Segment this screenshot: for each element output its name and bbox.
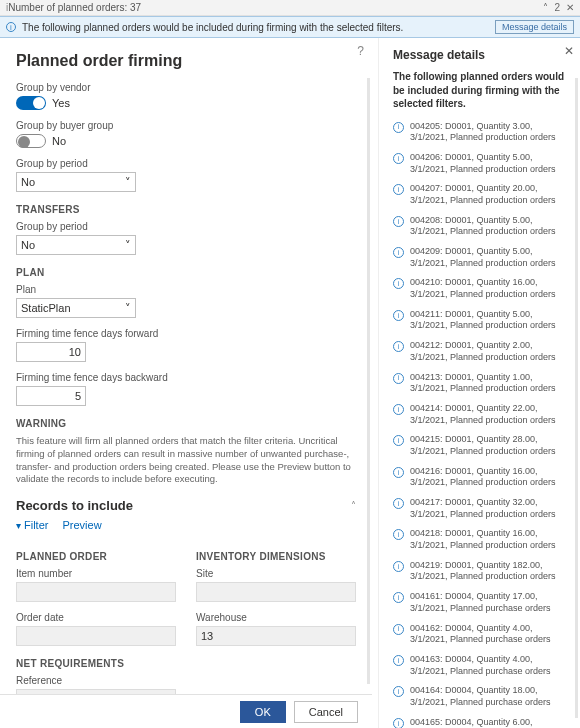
warehouse-input[interactable]: 13 [196, 626, 356, 646]
page-title: Planned order firming [16, 52, 356, 70]
message-item[interactable]: i004163: D0004, Quantity 4.00, 3/1/2021,… [393, 654, 570, 677]
group-by-buyer-value: No [52, 135, 66, 147]
group-by-period-value: No [21, 176, 35, 188]
info-icon: i [393, 686, 404, 697]
message-item[interactable]: i004216: D0001, Quantity 16.00, 3/1/2021… [393, 466, 570, 489]
info-icon: i [6, 22, 16, 32]
inventory-dimensions-heading: INVENTORY DIMENSIONS [196, 551, 356, 562]
item-number-input[interactable] [16, 582, 176, 602]
info-icon: i [393, 310, 404, 321]
help-icon[interactable]: ? [357, 44, 364, 58]
message-text: 004212: D0001, Quantity 2.00, 3/1/2021, … [410, 340, 570, 363]
message-item[interactable]: i004164: D0004, Quantity 18.00, 3/1/2021… [393, 685, 570, 708]
message-item[interactable]: i004162: D0004, Quantity 4.00, 3/1/2021,… [393, 623, 570, 646]
scrollbar[interactable] [575, 78, 578, 718]
info-icon: i [393, 529, 404, 540]
message-item[interactable]: i004208: D0001, Quantity 5.00, 3/1/2021,… [393, 215, 570, 238]
chevron-up-icon: ˄ [351, 500, 356, 511]
group-by-vendor-value: Yes [52, 97, 70, 109]
message-item[interactable]: i004212: D0001, Quantity 2.00, 3/1/2021,… [393, 340, 570, 363]
filter-icon: ▾ [16, 520, 21, 531]
group-by-period-label: Group by period [16, 158, 356, 169]
message-item[interactable]: i004219: D0001, Quantity 182.00, 3/1/202… [393, 560, 570, 583]
group-by-vendor-toggle[interactable] [16, 96, 46, 110]
chevron-up-icon[interactable]: ˄ [543, 2, 548, 13]
info-bar: i The following planned orders would be … [0, 16, 580, 38]
info-icon: i [393, 592, 404, 603]
group-by-buyer-label: Group by buyer group [16, 120, 356, 131]
ok-button[interactable]: OK [240, 701, 286, 723]
plan-select[interactable]: StaticPlan ˅ [16, 298, 136, 318]
info-icon: i [393, 404, 404, 415]
records-expander[interactable]: Records to include ˄ [16, 498, 356, 513]
info-icon: i [393, 561, 404, 572]
transfers-group-by-period-select[interactable]: No ˅ [16, 235, 136, 255]
message-text: 004205: D0001, Quantity 3.00, 3/1/2021, … [410, 121, 570, 144]
message-details-lead: The following planned orders would be in… [393, 70, 570, 111]
site-label: Site [196, 568, 356, 579]
message-text: 004161: D0004, Quantity 17.00, 3/1/2021,… [410, 591, 570, 614]
message-text: 004211: D0001, Quantity 5.00, 3/1/2021, … [410, 309, 570, 332]
order-date-label: Order date [16, 612, 176, 623]
message-item[interactable]: i004218: D0001, Quantity 16.00, 3/1/2021… [393, 528, 570, 551]
transfers-group-by-period-value: No [21, 239, 35, 251]
fence-forward-input[interactable]: 10 [16, 342, 86, 362]
message-text: 004217: D0001, Quantity 32.00, 3/1/2021,… [410, 497, 570, 520]
message-text: 004216: D0001, Quantity 16.00, 3/1/2021,… [410, 466, 570, 489]
message-item[interactable]: i004213: D0001, Quantity 1.00, 3/1/2021,… [393, 372, 570, 395]
info-icon: i [393, 498, 404, 509]
message-text: 004218: D0001, Quantity 16.00, 3/1/2021,… [410, 528, 570, 551]
cancel-button[interactable]: Cancel [294, 701, 358, 723]
group-by-buyer-toggle[interactable] [16, 134, 46, 148]
dialog-footer: OK Cancel [0, 694, 372, 728]
scrollbar[interactable] [367, 78, 370, 684]
group-by-vendor-label: Group by vendor [16, 82, 356, 93]
message-text: 004213: D0001, Quantity 1.00, 3/1/2021, … [410, 372, 570, 395]
filter-link[interactable]: ▾Filter [16, 519, 48, 531]
message-list: i004205: D0001, Quantity 3.00, 3/1/2021,… [393, 121, 570, 729]
message-item[interactable]: i004165: D0004, Quantity 6.00, 3/1/2021,… [393, 717, 570, 728]
chevron-down-icon: ˅ [125, 302, 131, 315]
message-details-button[interactable]: Message details [495, 20, 574, 34]
reference-label: Reference [16, 675, 176, 686]
page-indicator: 2 [554, 2, 560, 13]
message-item[interactable]: i004209: D0001, Quantity 5.00, 3/1/2021,… [393, 246, 570, 269]
message-text: 004163: D0004, Quantity 4.00, 3/1/2021, … [410, 654, 570, 677]
planned-orders-count: Number of planned orders: 37 [8, 2, 543, 13]
plan-value: StaticPlan [21, 302, 71, 314]
message-item[interactable]: i004217: D0001, Quantity 32.00, 3/1/2021… [393, 497, 570, 520]
message-item[interactable]: i004211: D0001, Quantity 5.00, 3/1/2021,… [393, 309, 570, 332]
plan-heading: PLAN [16, 267, 356, 278]
message-text: 004215: D0001, Quantity 28.00, 3/1/2021,… [410, 434, 570, 457]
info-icon: i [393, 247, 404, 258]
site-input[interactable] [196, 582, 356, 602]
info-icon: i [393, 122, 404, 133]
message-item[interactable]: i004215: D0001, Quantity 28.00, 3/1/2021… [393, 434, 570, 457]
message-text: 004162: D0004, Quantity 4.00, 3/1/2021, … [410, 623, 570, 646]
warehouse-label: Warehouse [196, 612, 356, 623]
info-icon: i [393, 435, 404, 446]
close-icon[interactable]: ✕ [564, 44, 574, 58]
message-text: 004206: D0001, Quantity 5.00, 3/1/2021, … [410, 152, 570, 175]
group-by-period-select[interactable]: No ˅ [16, 172, 136, 192]
transfers-group-by-period-label: Group by period [16, 221, 356, 232]
preview-link[interactable]: Preview [62, 519, 101, 531]
message-item[interactable]: i004210: D0001, Quantity 16.00, 3/1/2021… [393, 277, 570, 300]
reference-input[interactable] [16, 689, 176, 694]
item-number-label: Item number [16, 568, 176, 579]
records-heading: Records to include [16, 498, 133, 513]
message-item[interactable]: i004161: D0004, Quantity 17.00, 3/1/2021… [393, 591, 570, 614]
message-item[interactable]: i004206: D0001, Quantity 5.00, 3/1/2021,… [393, 152, 570, 175]
message-details-title: Message details [393, 48, 570, 62]
order-date-input[interactable] [16, 626, 176, 646]
fence-backward-input[interactable]: 5 [16, 386, 86, 406]
message-item[interactable]: i004205: D0001, Quantity 3.00, 3/1/2021,… [393, 121, 570, 144]
message-item[interactable]: i004207: D0001, Quantity 20.00, 3/1/2021… [393, 183, 570, 206]
info-icon: i [393, 718, 404, 728]
info-icon: i [393, 184, 404, 195]
title-bar: i Number of planned orders: 37 ˄ 2 ✕ [0, 0, 580, 16]
message-text: 004207: D0001, Quantity 20.00, 3/1/2021,… [410, 183, 570, 206]
close-icon[interactable]: ✕ [566, 2, 574, 13]
message-item[interactable]: i004214: D0001, Quantity 22.00, 3/1/2021… [393, 403, 570, 426]
info-icon: i [393, 373, 404, 384]
